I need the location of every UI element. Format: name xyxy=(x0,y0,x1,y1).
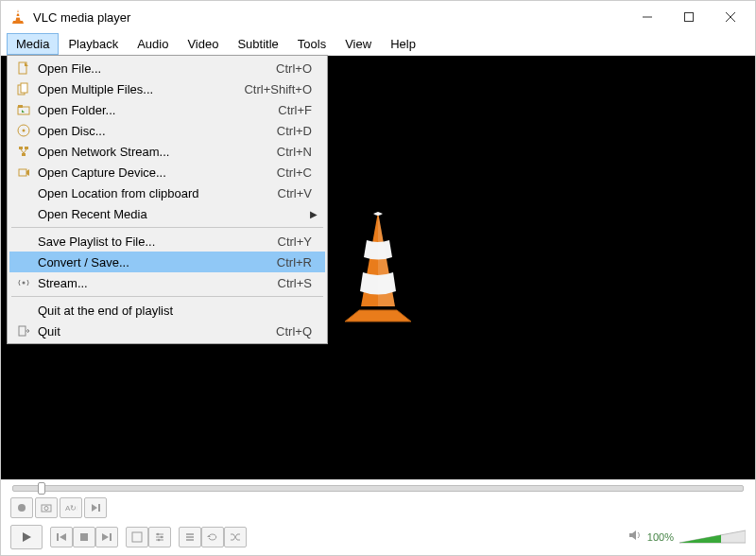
frame-step-button[interactable] xyxy=(84,497,107,518)
app-window: VLC media player Media Playback Audio Vi… xyxy=(0,0,756,556)
disc-icon xyxy=(13,124,34,137)
extended-settings-button[interactable] xyxy=(148,527,171,547)
menu-open-capture-device[interactable]: Open Capture Device... Ctrl+C xyxy=(9,162,325,182)
svg-point-32 xyxy=(44,507,48,511)
svg-marker-53 xyxy=(629,530,636,540)
menu-open-recent-media[interactable]: Open Recent Media ▶ xyxy=(9,203,325,224)
menu-stream[interactable]: Stream... Ctrl+S xyxy=(9,272,325,293)
volume-control: 100% xyxy=(628,529,746,546)
loop-button[interactable] xyxy=(201,527,224,547)
submenu-arrow-icon: ▶ xyxy=(310,209,318,219)
menu-convert-save[interactable]: Convert / Save... Ctrl+R xyxy=(9,252,325,272)
menu-view[interactable]: View xyxy=(335,33,381,55)
menu-separator xyxy=(11,296,323,297)
vlc-cone-logo-icon xyxy=(326,206,430,329)
svg-rect-18 xyxy=(25,147,28,149)
snapshot-button[interactable] xyxy=(35,497,58,518)
svg-marker-3 xyxy=(12,21,24,24)
speaker-icon[interactable] xyxy=(628,529,642,546)
svg-line-20 xyxy=(21,149,24,153)
menu-video[interactable]: Video xyxy=(178,33,228,55)
record-button[interactable] xyxy=(10,497,33,518)
svg-rect-12 xyxy=(18,107,29,114)
svg-rect-13 xyxy=(18,105,23,108)
folder-icon xyxy=(13,103,34,116)
svg-rect-41 xyxy=(110,533,112,541)
volume-percent: 100% xyxy=(647,531,674,543)
svg-point-48 xyxy=(158,539,161,542)
menu-help[interactable]: Help xyxy=(381,33,425,55)
svg-rect-39 xyxy=(80,533,88,541)
svg-marker-28 xyxy=(345,310,411,321)
svg-rect-19 xyxy=(22,153,26,156)
volume-slider[interactable] xyxy=(679,529,746,546)
minimize-button[interactable] xyxy=(627,3,668,31)
media-dropdown: Open File... Ctrl+O Open Multiple Files.… xyxy=(7,55,328,344)
menu-quit-end-playlist[interactable]: Quit at the end of playlist xyxy=(9,300,325,321)
svg-point-30 xyxy=(18,504,26,512)
menu-save-playlist[interactable]: Save Playlist to File... Ctrl+Y xyxy=(9,231,325,252)
menu-media[interactable]: Media xyxy=(7,33,59,55)
svg-rect-17 xyxy=(19,147,23,149)
playlist-button[interactable] xyxy=(179,527,201,547)
menu-quit[interactable]: Quit Ctrl+Q xyxy=(9,321,325,341)
menu-playback[interactable]: Playback xyxy=(59,33,128,55)
svg-marker-0 xyxy=(16,9,21,21)
svg-rect-42 xyxy=(132,532,142,542)
svg-rect-37 xyxy=(57,533,59,541)
menu-audio[interactable]: Audio xyxy=(128,33,178,55)
previous-button[interactable] xyxy=(50,527,73,547)
svg-marker-40 xyxy=(102,533,109,541)
play-button[interactable] xyxy=(10,525,43,549)
svg-rect-22 xyxy=(19,169,26,176)
menu-open-folder[interactable]: Open Folder... Ctrl+F xyxy=(9,99,325,120)
menu-open-multiple-files[interactable]: Open Multiple Files... Ctrl+Shift+O xyxy=(9,78,325,99)
maximize-button[interactable] xyxy=(668,3,710,31)
menu-open-file[interactable]: Open File... Ctrl+O xyxy=(9,58,325,78)
seek-track[interactable] xyxy=(12,485,744,492)
svg-marker-38 xyxy=(60,533,66,541)
svg-point-24 xyxy=(23,282,26,285)
menubar: Media Playback Audio Video Subtitle Tool… xyxy=(1,33,755,56)
menu-tools[interactable]: Tools xyxy=(288,33,335,55)
seek-bar[interactable] xyxy=(1,479,755,496)
menu-open-disc[interactable]: Open Disc... Ctrl+D xyxy=(9,120,325,141)
menu-open-network-stream[interactable]: Open Network Stream... Ctrl+N xyxy=(9,141,325,162)
menu-subtitle[interactable]: Subtitle xyxy=(228,33,287,55)
menu-open-location-clipboard[interactable]: Open Location from clipboard Ctrl+V xyxy=(9,182,325,203)
svg-rect-1 xyxy=(16,12,19,14)
svg-rect-2 xyxy=(16,16,21,18)
files-icon xyxy=(13,82,34,96)
svg-point-46 xyxy=(157,533,160,536)
titlebar: VLC media player xyxy=(1,1,755,33)
svg-marker-36 xyxy=(23,532,31,542)
svg-rect-25 xyxy=(19,326,26,336)
svg-point-47 xyxy=(161,536,163,539)
svg-rect-11 xyxy=(21,83,27,93)
svg-rect-35 xyxy=(98,504,100,512)
svg-rect-5 xyxy=(685,13,694,22)
svg-marker-14 xyxy=(22,110,25,113)
svg-text:A↻B: A↻B xyxy=(65,504,77,513)
seek-knob[interactable] xyxy=(38,482,45,495)
next-button[interactable] xyxy=(95,527,118,547)
file-icon xyxy=(13,61,34,75)
loop-ab-button[interactable]: A↻B xyxy=(60,497,82,518)
controls: A↻B 100% xyxy=(1,496,755,555)
svg-marker-34 xyxy=(92,504,97,512)
close-button[interactable] xyxy=(710,3,751,31)
capture-icon xyxy=(13,165,34,179)
svg-marker-52 xyxy=(207,535,211,537)
network-icon xyxy=(13,145,34,158)
stop-button[interactable] xyxy=(73,527,95,547)
shuffle-button[interactable] xyxy=(224,527,247,547)
window-title: VLC media player xyxy=(33,10,130,25)
svg-line-21 xyxy=(24,149,26,153)
vlc-cone-icon xyxy=(10,9,26,26)
fullscreen-button[interactable] xyxy=(126,527,148,547)
quit-icon xyxy=(13,324,34,338)
svg-point-16 xyxy=(23,130,26,132)
menu-separator xyxy=(11,227,323,228)
stream-icon xyxy=(13,276,34,289)
